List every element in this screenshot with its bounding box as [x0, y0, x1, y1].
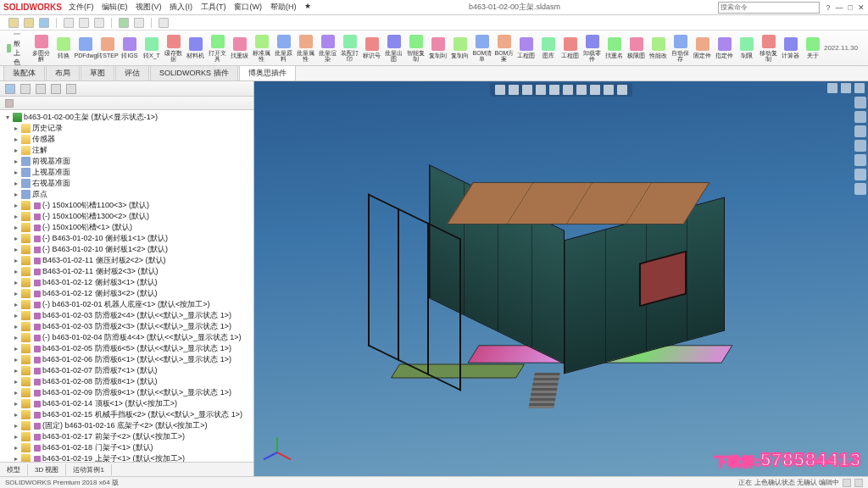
tree-part-item[interactable]: ▸(固定) b463-01-02-16 底架子<2> (默认<按加工>): [0, 420, 253, 431]
tab-motion[interactable]: 运动算例1: [66, 464, 111, 475]
taskpane-explorer-icon[interactable]: [854, 125, 866, 137]
taskpane-property-icon[interactable]: [854, 169, 866, 180]
tree-std-item[interactable]: ▸历史记录: [0, 123, 253, 134]
ribbon-btn-34[interactable]: 计算器: [780, 31, 802, 65]
menu-star-icon[interactable]: ★: [304, 2, 311, 13]
ribbon-btn-22[interactable]: 工程图: [515, 31, 537, 65]
taskpane-resources-icon[interactable]: [854, 97, 866, 108]
tab-sw-addins[interactable]: SOLIDWORKS 插件: [150, 65, 238, 80]
scene-icon[interactable]: [604, 85, 614, 95]
minimize-icon[interactable]: —: [836, 3, 843, 12]
status-custom-icon[interactable]: [854, 479, 863, 487]
view-orient-icon[interactable]: [549, 85, 559, 95]
tree-root[interactable]: ▾b463-01-02-00主架 (默认<显示状态-1>): [0, 112, 253, 123]
ribbon-btn-12[interactable]: 批量属性: [295, 31, 317, 65]
ribbon-btn-17[interactable]: 智能复制: [405, 31, 427, 65]
tab-evaluate[interactable]: 评估: [115, 65, 149, 80]
orientation-triad[interactable]: [263, 427, 292, 456]
ribbon-btn-3[interactable]: 转STEP: [97, 31, 119, 65]
tree-part-item[interactable]: ▸b463-01-02-06 防滑板6<1> (默认<<默认>_显示状态 1>): [0, 354, 253, 365]
ribbon-btn-30[interactable]: 固定件: [692, 31, 714, 65]
ribbon-btn-14[interactable]: 装配打印: [339, 31, 361, 65]
tree-tab-property-icon[interactable]: [20, 84, 31, 94]
normal-color-btn[interactable]: 一般上色: [7, 30, 27, 66]
ribbon-btn-11[interactable]: 批量原料: [273, 31, 295, 65]
taskpane-view-icon[interactable]: [854, 140, 866, 152]
tree-part-item[interactable]: ▸(-) 150x100铝槽<1> (默认): [0, 222, 253, 233]
ribbon-btn-35[interactable]: 关于: [802, 31, 824, 65]
ribbon-btn-5[interactable]: 转X_T: [141, 31, 163, 65]
ribbon-btn-27[interactable]: 极限图: [626, 31, 648, 65]
tree-part-item[interactable]: ▸(-) 150x100铝槽1300<2> (默认): [0, 211, 253, 222]
ribbon-btn-9[interactable]: 找重级: [229, 31, 251, 65]
tab-bos-addin[interactable]: 博奥思插件: [239, 65, 296, 80]
ribbon-btn-26[interactable]: 找重名: [604, 31, 626, 65]
tree-std-item[interactable]: ▸注解: [0, 145, 253, 156]
menu-insert[interactable]: 插入(I): [170, 2, 192, 13]
tab-model[interactable]: 模型: [0, 464, 28, 475]
tree-part-item[interactable]: ▸b463-01-02-03 防滑板2<3> (默认<<默认>_显示状态 1>): [0, 321, 253, 332]
menu-edit[interactable]: 编辑(E): [102, 2, 127, 13]
ribbon-btn-32[interactable]: 制限: [736, 31, 758, 65]
ribbon-btn-23[interactable]: 图库: [537, 31, 559, 65]
menu-file[interactable]: 文件(F): [69, 2, 94, 13]
ribbon-btn-20[interactable]: BOM清单: [471, 31, 493, 65]
tree-part-item[interactable]: ▸b463-01-02-14 顶板<1> (默认<按加工>): [0, 398, 253, 409]
rebuild-icon[interactable]: [119, 18, 129, 28]
ribbon-btn-15[interactable]: 标识号: [361, 31, 383, 65]
ribbon-btn-8[interactable]: 打开文具: [207, 31, 229, 65]
feature-tree[interactable]: ▾b463-01-02-00主架 (默认<显示状态-1>) ▸历史记录▸传感器▸…: [0, 110, 253, 462]
ribbon-btn-28[interactable]: 性能改: [648, 31, 670, 65]
tab-assembly[interactable]: 装配体: [3, 65, 45, 80]
tree-part-item[interactable]: ▸b463-01-02-17 前架子<2> (默认<按加工>): [0, 431, 253, 442]
ribbon-btn-7[interactable]: 材料机: [185, 31, 207, 65]
display-style-icon[interactable]: [563, 85, 573, 95]
tree-part-item[interactable]: ▸b463-01-02-07 防滑板7<1> (默认): [0, 365, 253, 376]
tree-part-item[interactable]: ▸B463-01-02-11 侧封板2<3> (默认): [0, 266, 253, 277]
tree-std-item[interactable]: ▸上视基准面: [0, 167, 253, 178]
tree-part-item[interactable]: ▸(-) B463-01-02-10 侧封板1<1> (默认): [0, 233, 253, 244]
tree-std-item[interactable]: ▸原点: [0, 189, 253, 200]
tab-3dview[interactable]: 3D 视图: [28, 464, 66, 475]
menu-tools[interactable]: 工具(T): [201, 2, 226, 13]
taskpane-forum-icon[interactable]: [854, 183, 866, 195]
menu-view[interactable]: 视图(V): [136, 2, 161, 13]
section-icon[interactable]: [536, 85, 546, 95]
tree-std-item[interactable]: ▸右视基准面: [0, 178, 253, 189]
undo-icon[interactable]: [79, 18, 89, 28]
ribbon-btn-19[interactable]: 复制向: [449, 31, 471, 65]
ribbon-btn-16[interactable]: 批量出图: [383, 31, 405, 65]
tree-tab-display-icon[interactable]: [51, 84, 61, 94]
zoom-fit-icon[interactable]: [495, 85, 505, 95]
tree-part-item[interactable]: ▸b463-01-02-15 机械手挡板<2> (默认<<默认>_显示状态 1>…: [0, 409, 253, 420]
appearance-icon[interactable]: [590, 85, 600, 95]
select-icon[interactable]: [159, 18, 169, 28]
tree-part-item[interactable]: ▸b463-01-02-03 防滑板2<4> (默认<<默认>_显示状态 1>): [0, 310, 253, 321]
vp-close-icon[interactable]: [854, 83, 865, 93]
tab-sketch[interactable]: 草图: [81, 65, 114, 80]
maximize-icon[interactable]: □: [849, 3, 853, 12]
ribbon-btn-2[interactable]: PDFdwg: [75, 31, 97, 65]
tree-part-item[interactable]: ▸b463-01-02-19 上架子<1> (默认<按加工>): [0, 453, 253, 462]
new-icon[interactable]: [8, 18, 19, 28]
tree-part-item[interactable]: ▸(-) b463-01-02-01 机器人底座<1> (默认<按加工>): [0, 299, 253, 310]
vp-min-icon[interactable]: [827, 83, 837, 93]
status-unit-icon[interactable]: [843, 479, 851, 487]
tree-tab-other-icon[interactable]: [66, 84, 76, 94]
ribbon-btn-0[interactable]: 多图分解: [31, 31, 53, 65]
tree-part-item[interactable]: ▸b463-01-02-12 侧封板3<1> (默认): [0, 277, 253, 288]
tree-part-item[interactable]: ▸b463-01-02-12 侧封板3<2> (默认): [0, 288, 253, 299]
view-settings-icon[interactable]: [617, 85, 627, 95]
tree-part-item[interactable]: ▸(-) 150x100铝槽1100<3> (默认): [0, 200, 253, 211]
ribbon-btn-31[interactable]: 指定件: [714, 31, 736, 65]
ribbon-btn-29[interactable]: 自动保存: [670, 31, 692, 65]
prev-view-icon[interactable]: [522, 85, 532, 95]
tab-layout[interactable]: 布局: [46, 65, 80, 80]
menu-help[interactable]: 帮助(H): [270, 2, 297, 13]
ribbon-btn-18[interactable]: 复制到: [427, 31, 449, 65]
tree-tab-config-icon[interactable]: [36, 84, 46, 94]
ribbon-btn-4[interactable]: 转IGS: [119, 31, 141, 65]
vp-max-icon[interactable]: [841, 83, 851, 93]
tree-part-item[interactable]: ▸b463-01-02-18 门架子<1> (默认): [0, 442, 253, 453]
tree-part-item[interactable]: ▸B463-01-02-11 侧压封板2<2> (默认): [0, 255, 253, 266]
